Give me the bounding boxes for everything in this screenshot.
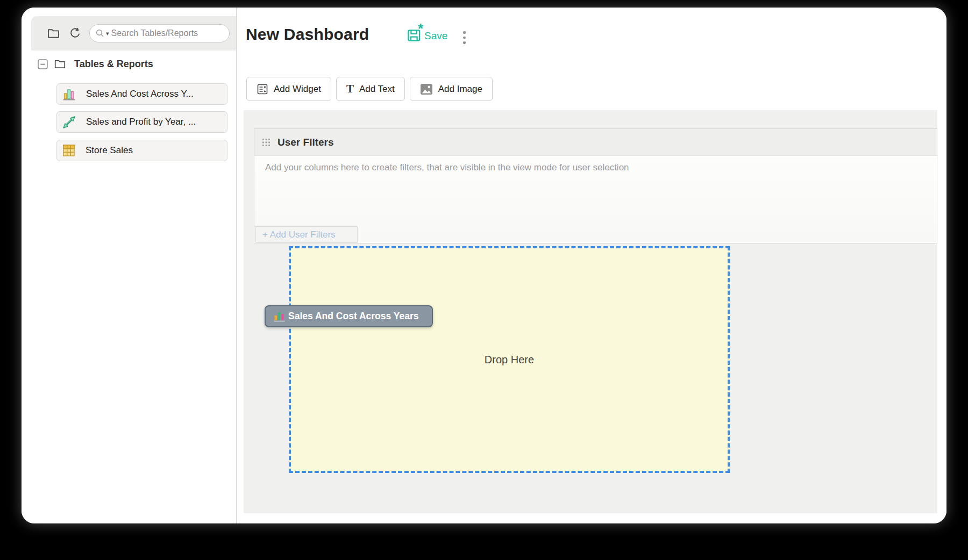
- unsaved-star: *: [418, 20, 423, 37]
- add-text-label: Add Text: [359, 84, 395, 95]
- refresh-icon[interactable]: [68, 26, 82, 40]
- drag-chip-label: Sales And Cost Across Years: [288, 311, 419, 322]
- bar-chart-icon: [273, 310, 286, 323]
- user-filters-header[interactable]: User Filters: [254, 129, 937, 156]
- search-scope-caret-icon[interactable]: ▾: [106, 31, 109, 37]
- drag-handle-icon[interactable]: [261, 138, 271, 147]
- user-filters-panel: User Filters Add your columns here to cr…: [254, 128, 937, 243]
- widget-drop-zone[interactable]: Drop Here: [289, 246, 730, 473]
- sidebar-header: ▾: [31, 16, 236, 51]
- bar-chart-icon: [62, 87, 76, 102]
- drop-here-label: Drop Here: [485, 354, 534, 366]
- tree-root-label: Tables & Reports: [72, 59, 153, 70]
- search-input[interactable]: [110, 28, 224, 39]
- tree-root-row[interactable]: Tables & Reports: [38, 58, 153, 70]
- sidebar: ▾ Tables & Reports: [22, 8, 237, 523]
- report-item-sales-and-profit[interactable]: Sales and Profit by Year, ...: [56, 111, 227, 133]
- add-user-filters-label: + Add User Filters: [262, 229, 336, 240]
- main-area: New Dashboard * Save: [238, 8, 946, 523]
- dragged-report-chip[interactable]: Sales And Cost Across Years: [265, 305, 433, 327]
- folder-browse-icon[interactable]: [46, 26, 61, 40]
- user-filters-hint: Add your columns here to create filters,…: [265, 162, 629, 173]
- add-widget-button[interactable]: Add Widget: [246, 77, 331, 101]
- search-icon: [95, 28, 105, 38]
- user-filters-title: User Filters: [277, 137, 334, 148]
- folder-icon: [53, 58, 67, 70]
- collapse-minus-icon[interactable]: [38, 59, 48, 69]
- app-window: ▾ Tables & Reports: [22, 8, 946, 523]
- report-item-sales-and-cost[interactable]: Sales And Cost Across Y...: [56, 83, 227, 105]
- save-label: Save: [424, 30, 447, 43]
- page-title: New Dashboard: [246, 25, 369, 44]
- add-image-button[interactable]: Add Image: [410, 77, 493, 101]
- widget-icon: [257, 83, 268, 95]
- image-icon: [420, 83, 433, 95]
- save-icon: *: [406, 27, 422, 43]
- report-item-label: Store Sales: [86, 145, 133, 156]
- search-box[interactable]: ▾: [89, 24, 230, 42]
- save-button[interactable]: * Save: [406, 27, 447, 43]
- toolbar: Add Widget T Add Text Add Image: [246, 77, 493, 101]
- text-icon: T: [346, 82, 354, 96]
- table-grid-icon: [62, 143, 76, 157]
- dashboard-canvas: User Filters Add your columns here to cr…: [244, 110, 937, 513]
- report-item-label: Sales And Cost Across Y...: [86, 89, 194, 99]
- trend-arrow-icon: [62, 115, 76, 130]
- more-options-kebab-icon[interactable]: [460, 30, 469, 45]
- add-widget-label: Add Widget: [274, 84, 321, 95]
- add-user-filters-button[interactable]: + Add User Filters: [255, 226, 358, 243]
- report-item-label: Sales and Profit by Year, ...: [86, 117, 196, 127]
- add-image-label: Add Image: [438, 84, 482, 95]
- report-item-store-sales[interactable]: Store Sales: [56, 140, 227, 161]
- add-text-button[interactable]: T Add Text: [336, 77, 405, 101]
